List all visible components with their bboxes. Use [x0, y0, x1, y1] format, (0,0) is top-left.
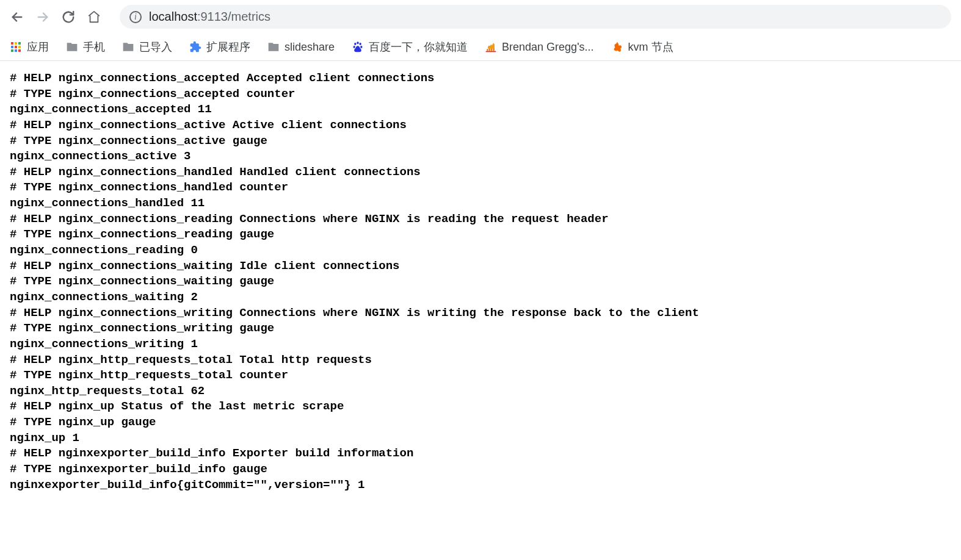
home-button[interactable] [87, 10, 101, 24]
svg-point-3 [357, 41, 358, 44]
browser-toolbar: i localhost:9113/metrics [0, 0, 961, 34]
url-text: localhost:9113/metrics [149, 10, 270, 24]
bookmark-label: kvm 节点 [628, 40, 673, 54]
bookmark-label: 应用 [27, 40, 49, 54]
bookmark-label: 手机 [83, 40, 105, 54]
bookmark-brendan-gregg[interactable]: Brendan Gregg's... [485, 41, 594, 54]
folder-icon [267, 41, 280, 53]
apps-icon [10, 41, 22, 53]
bookmark-label: 扩展程序 [206, 40, 250, 54]
bookmark-label: 百度一下，你就知道 [369, 40, 468, 54]
puzzle-icon [189, 41, 201, 53]
bookmark-imported[interactable]: 已导入 [122, 40, 172, 54]
bookmark-extensions[interactable]: 扩展程序 [189, 40, 250, 54]
url-path: :9113/metrics [197, 10, 270, 23]
svg-point-5 [354, 46, 355, 48]
bookmark-label: 已导入 [139, 40, 172, 54]
bookmark-phone[interactable]: 手机 [66, 40, 105, 54]
bookmark-label: slideshare [285, 41, 335, 54]
svg-point-6 [360, 46, 362, 48]
bookmarks-bar: 应用 手机 已导入 扩展程序 slideshare 百度一下，你就知道 Br [0, 34, 961, 61]
svg-point-4 [360, 43, 361, 45]
url-host: localhost [149, 10, 197, 23]
grafana-icon [611, 41, 623, 53]
flame-icon [485, 41, 497, 53]
bookmark-slideshare[interactable]: slideshare [267, 41, 335, 54]
forward-button[interactable] [35, 10, 50, 24]
svg-point-2 [354, 43, 356, 45]
metrics-content: # HELP nginx_connections_accepted Accept… [0, 61, 961, 503]
bookmark-apps[interactable]: 应用 [10, 40, 49, 54]
bookmark-baidu[interactable]: 百度一下，你就知道 [352, 40, 468, 54]
baidu-icon [352, 41, 364, 53]
folder-icon [122, 41, 134, 53]
bookmark-kvm[interactable]: kvm 节点 [611, 40, 673, 54]
reload-button[interactable] [61, 10, 76, 24]
address-bar[interactable]: i localhost:9113/metrics [120, 5, 951, 29]
bookmark-label: Brendan Gregg's... [502, 41, 594, 54]
site-info-icon[interactable]: i [129, 11, 142, 23]
folder-icon [66, 41, 78, 53]
back-button[interactable] [10, 10, 24, 24]
